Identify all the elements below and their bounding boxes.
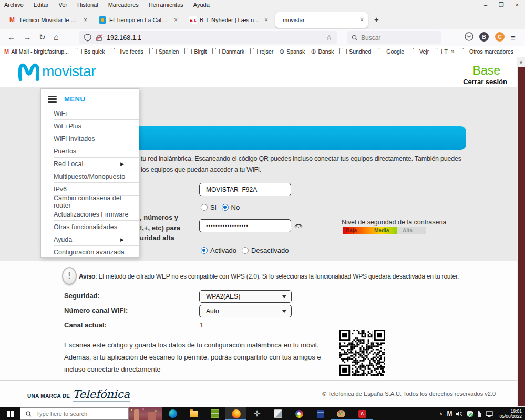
bookmark-item[interactable]: ⊕Dansk: [311, 48, 334, 55]
restore-button[interactable]: ❒: [493, 0, 509, 9]
taskbar-paint[interactable]: [331, 407, 352, 420]
tab-weather[interactable]: El Tiempo en La Caleta, Málaga ×: [95, 12, 182, 28]
menu-item-configuracion-avanzada[interactable]: Configuración avanzada: [54, 246, 139, 258]
network-icon[interactable]: [486, 411, 493, 417]
radio-si[interactable]: [201, 204, 208, 211]
close-button[interactable]: ×: [509, 0, 525, 9]
radio-activado-label[interactable]: Activado: [210, 247, 236, 254]
bookmark-star-icon[interactable]: ☆: [326, 34, 332, 42]
menu-item-puertos[interactable]: Puertos: [54, 145, 139, 158]
home-icon[interactable]: ⌂: [54, 32, 59, 43]
radio-si-label[interactable]: Si: [210, 203, 217, 211]
url-text[interactable]: 192.168.1.1: [107, 34, 322, 42]
bookmark-folder[interactable]: Birgit: [184, 48, 207, 55]
menu-item-red-local[interactable]: Red Local▶: [54, 158, 139, 170]
app-menu-icon[interactable]: ≡: [511, 33, 516, 42]
new-tab-button[interactable]: +: [374, 15, 379, 24]
tray-expand-icon[interactable]: ∧: [439, 411, 443, 416]
menu-item-wifi-invitados[interactable]: WiFi Invitados: [54, 132, 139, 145]
security-select[interactable]: WPA2(AES): [199, 290, 292, 303]
menu-herramientas[interactable]: Herramientas: [149, 2, 183, 8]
radio-activado[interactable]: [201, 247, 208, 254]
menu-item-otras-funcionalidades[interactable]: Otras funcionalidades: [54, 221, 139, 233]
menu-header[interactable]: MENU: [41, 89, 139, 107]
menu-editar[interactable]: Editar: [34, 2, 49, 8]
menu-marcadores[interactable]: Marcadores: [108, 2, 139, 8]
account-avatar[interactable]: B: [479, 32, 489, 42]
reload-icon[interactable]: ↻: [39, 32, 46, 43]
url-bar[interactable]: 192.168.1.1 ☆: [79, 31, 337, 44]
weather-widget[interactable]: [129, 407, 162, 420]
tab-close-icon[interactable]: ×: [263, 16, 268, 24]
extension-icon[interactable]: C: [495, 32, 505, 42]
tab-close-icon[interactable]: ×: [359, 16, 364, 24]
menu-ver[interactable]: Ver: [58, 2, 67, 8]
minimize-button[interactable]: –: [478, 0, 493, 9]
taskbar-acrobat[interactable]: A: [352, 407, 373, 420]
tab-gmail[interactable]: M Técnico-Movistar le ha mencion ×: [4, 12, 91, 28]
scrollbar-thumb[interactable]: [518, 67, 525, 406]
menu-archivo[interactable]: Archivo: [4, 2, 24, 8]
taskbar-green-app[interactable]: [204, 407, 225, 420]
menu-item-actualizaciones[interactable]: Actualizaciones Firmware: [54, 208, 139, 221]
bookmark-folder[interactable]: Vejr: [410, 48, 429, 55]
page-scrollbar[interactable]: ∧: [517, 57, 525, 407]
menu-item-wifi-plus[interactable]: WiFi Plus: [54, 120, 139, 132]
tracking-shield-icon[interactable]: [84, 34, 91, 42]
taskbar-remote-tool[interactable]: ✛: [246, 407, 267, 420]
bookmark-folder[interactable]: rejser: [250, 48, 273, 55]
back-icon[interactable]: ←: [7, 32, 15, 43]
menu-item-cambio-contrasena[interactable]: Cambio contraseña del router: [54, 196, 139, 208]
tab-close-icon[interactable]: ×: [83, 16, 87, 24]
bookmark-item[interactable]: ⊕Spansk: [279, 48, 305, 55]
taskbar-search-input[interactable]: [35, 410, 116, 417]
taskbar-picasa[interactable]: [289, 407, 310, 420]
movistar-logo-icon[interactable]: [17, 62, 39, 82]
hamburger-icon[interactable]: [48, 96, 57, 103]
menu-item-ayuda[interactable]: Ayuda▶: [54, 233, 139, 246]
bookmark-folder[interactable]: Danmark: [212, 48, 244, 55]
insecure-lock-icon[interactable]: [95, 34, 103, 42]
bookmark-folder[interactable]: Google: [377, 48, 404, 55]
taskbar-clock[interactable]: 19:01 05/08/2022: [497, 408, 522, 419]
taskbar-photos[interactable]: [267, 407, 289, 420]
taskbar-file-explorer[interactable]: [183, 407, 204, 420]
menu-item-wifi[interactable]: WiFi: [54, 107, 139, 120]
ssid-input[interactable]: [199, 183, 291, 196]
pocket-icon[interactable]: [465, 32, 473, 43]
show-password-eye-icon[interactable]: [294, 222, 303, 231]
movistar-tray-icon[interactable]: M: [447, 410, 452, 417]
other-bookmarks-folder[interactable]: Otros marcadores: [460, 48, 513, 55]
logout-link[interactable]: Cerrar sesión: [463, 78, 507, 86]
search-bar[interactable]: Buscar: [347, 31, 441, 44]
antivirus-shield-icon[interactable]: [467, 411, 473, 417]
menu-historial[interactable]: Historial: [77, 2, 98, 8]
wifi-password-input[interactable]: [199, 219, 291, 232]
usb-icon[interactable]: [477, 411, 481, 417]
menu-item-ipv6[interactable]: IPv6: [54, 183, 139, 196]
taskbar-calculator[interactable]: [310, 407, 331, 420]
volume-icon[interactable]: [456, 411, 462, 416]
start-button[interactable]: [0, 407, 20, 420]
bookmark-folder[interactable]: Spanien: [149, 48, 179, 55]
forward-icon[interactable]: →: [23, 32, 31, 43]
bookmark-folder[interactable]: Bs quick: [75, 48, 105, 55]
menu-ayuda[interactable]: Ayuda: [193, 2, 210, 8]
tab-close-icon[interactable]: ×: [173, 16, 178, 24]
bookmarks-overflow-icon[interactable]: »: [451, 48, 455, 55]
taskbar-edge[interactable]: [162, 407, 183, 420]
menu-item-multipuesto[interactable]: Multipuesto/Monopuesto: [54, 170, 139, 183]
channel-select[interactable]: Auto: [199, 305, 292, 317]
movistar-wordmark[interactable]: movistar: [42, 63, 96, 80]
bookmark-folder[interactable]: Sundhed: [339, 48, 371, 55]
radio-desactivado-label[interactable]: Desactivado: [251, 247, 289, 254]
scroll-up-icon[interactable]: ∧: [517, 57, 525, 66]
taskbar-search[interactable]: [20, 407, 129, 420]
radio-no-label[interactable]: No: [231, 203, 240, 211]
bookmark-folder[interactable]: live feeds: [111, 48, 143, 55]
taskbar-firefox[interactable]: [225, 407, 246, 420]
tab-news[interactable]: B.T. B.T. Nyheder | Læs nyhederne p ×: [185, 12, 272, 28]
radio-desactivado[interactable]: [242, 247, 249, 254]
bookmark-item[interactable]: MAll Mail - birgit.fastrup...: [4, 48, 69, 55]
tab-movistar-active[interactable]: movistar ×: [275, 12, 368, 28]
